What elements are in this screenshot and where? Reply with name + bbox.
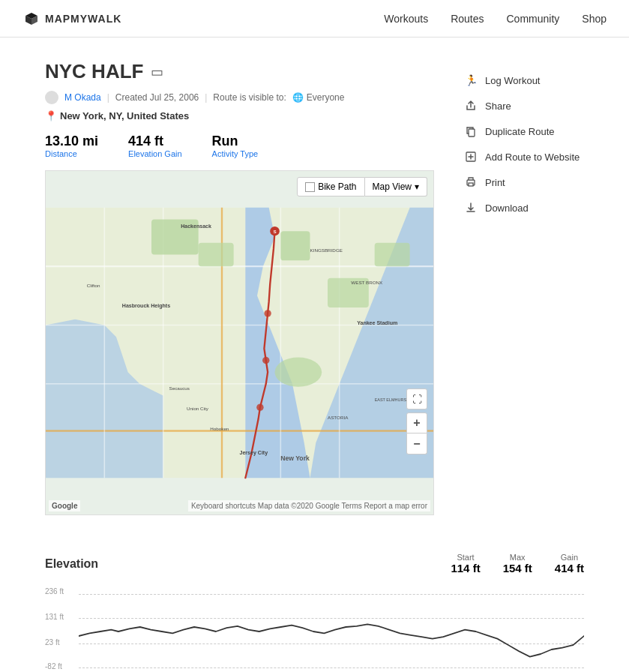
nav-community[interactable]: Community <box>507 13 560 25</box>
elevation-title: Elevation <box>45 557 98 571</box>
download-icon <box>464 201 478 214</box>
log-workout-icon: 🏃 <box>464 74 478 87</box>
map-view-toggle[interactable]: Map View ▾ <box>365 177 427 196</box>
svg-text:Hasbrouck Heights: Hasbrouck Heights <box>122 303 170 309</box>
meta-divider: | <box>107 92 109 103</box>
elevation-section: Elevation Start 114 ft Max 154 ft Gain 4… <box>0 538 629 672</box>
nav-shop[interactable]: Shop <box>582 13 607 25</box>
avatar <box>45 91 58 104</box>
svg-point-15 <box>275 358 322 387</box>
action-duplicate-label: Duplicate Route <box>485 126 555 137</box>
print-icon <box>464 176 478 189</box>
svg-rect-14 <box>375 243 410 266</box>
route-title: NYC HALF <box>45 60 143 83</box>
distance-value: 13.10 mi <box>45 134 98 149</box>
map-placeholder: S Hackensack Clifton Hasbrouck Heights K… <box>46 171 433 514</box>
svg-point-18 <box>264 310 271 316</box>
route-meta: M Okada | Created Jul 25, 2006 | Route i… <box>45 91 434 104</box>
map-footer-text: Keyboard shortcuts Map data ©2020 Google… <box>191 502 427 510</box>
fullscreen-button[interactable]: ⛶ <box>406 388 427 410</box>
elevation-chart-container: 236 ft 131 ft 23 ft -82 ft <box>45 586 584 672</box>
elev-stat-max: Max 154 ft <box>503 553 532 574</box>
svg-text:KINGSBRIDGE: KINGSBRIDGE <box>310 248 343 253</box>
svg-text:New York: New York <box>280 454 310 462</box>
action-log-label: Log Workout <box>485 75 540 86</box>
duplicate-icon <box>464 124 478 138</box>
elev-start-value: 114 ft <box>451 562 480 574</box>
stat-elevation: 414 ft Elevation Gain <box>128 134 182 158</box>
elev-max-label: Max <box>503 553 532 562</box>
action-share-label: Share <box>485 100 511 112</box>
activity-value: Run <box>212 134 259 149</box>
action-print[interactable]: Print <box>464 170 584 195</box>
stat-distance: 13.10 mi Distance <box>45 134 98 158</box>
svg-rect-12 <box>280 231 310 260</box>
route-stats: 13.10 mi Distance 414 ft Elevation Gain … <box>45 134 434 158</box>
activity-label: Activity Type <box>212 149 259 158</box>
svg-text:Union City: Union City <box>187 406 209 411</box>
elev-gain-value: 414 ft <box>555 562 584 574</box>
main-content: NYC HALF ▭ M Okada | Created Jul 25, 200… <box>0 38 629 538</box>
action-duplicate[interactable]: Duplicate Route <box>464 118 584 144</box>
svg-rect-11 <box>199 243 234 266</box>
action-download[interactable]: Download <box>464 195 584 220</box>
svg-text:Hackensack: Hackensack <box>181 224 211 229</box>
elev-gain-label: Gain <box>555 553 584 562</box>
svg-rect-34 <box>469 129 475 136</box>
elev-stat-gain: Gain 414 ft <box>555 553 584 574</box>
logo-text: MAPMYWALK <box>45 13 121 25</box>
svg-text:ASTORIA: ASTORIA <box>328 415 349 420</box>
meta-created: Created Jul 25, 2006 <box>115 92 199 103</box>
stat-activity: Run Activity Type <box>212 134 259 158</box>
elev-stat-start: Start 114 ft <box>451 553 480 574</box>
elev-start-label: Start <box>451 553 480 562</box>
elevation-label: Elevation Gain <box>128 149 182 158</box>
svg-text:Secaucus: Secaucus <box>169 386 190 391</box>
y-label-236: 236 ft <box>45 587 64 596</box>
action-share[interactable]: Share <box>464 93 584 118</box>
visibility-everyone: 🌐 Everyone <box>292 92 345 103</box>
map-zoom: + − <box>406 412 427 454</box>
logo-icon <box>22 10 40 28</box>
action-add-label: Add Route to Website <box>485 152 580 163</box>
sidebar-actions: 🏃 Log Workout Share Duplicate Route Add … <box>464 60 584 515</box>
add-route-icon <box>464 150 478 164</box>
nav-workouts[interactable]: Workouts <box>384 13 428 25</box>
bike-path-toggle[interactable]: Bike Path <box>297 177 364 196</box>
main-nav: Workouts Routes Community Shop <box>384 13 607 25</box>
svg-text:Jersey City: Jersey City <box>240 450 268 456</box>
map-footer: Keyboard shortcuts Map data ©2020 Google… <box>188 500 430 512</box>
svg-text:Yankee Stadium: Yankee Stadium <box>357 321 397 326</box>
svg-rect-37 <box>469 183 473 186</box>
action-add-to-website[interactable]: Add Route to Website <box>464 144 584 170</box>
map-container: S Hackensack Clifton Hasbrouck Heights K… <box>45 170 434 515</box>
fullscreen-icon: ⛶ <box>412 394 422 405</box>
logo[interactable]: MAPMYWALK <box>22 10 121 28</box>
zoom-in-button[interactable]: + <box>406 412 427 434</box>
action-print-label: Print <box>485 177 505 188</box>
svg-text:Hoboken: Hoboken <box>210 427 229 432</box>
bookmark-icon[interactable]: ▭ <box>151 64 163 80</box>
map-svg: S Hackensack Clifton Hasbrouck Heights K… <box>46 171 433 514</box>
y-label-131: 131 ft <box>45 612 64 620</box>
bike-path-checkbox <box>305 182 315 192</box>
visibility-label: Everyone <box>307 92 345 103</box>
svg-point-20 <box>256 404 263 410</box>
route-title-row: NYC HALF ▭ <box>45 60 434 83</box>
location-text: New York, NY, United States <box>60 110 189 122</box>
location-pin-icon: 📍 <box>45 110 57 122</box>
user-link[interactable]: M Okada <box>64 92 101 103</box>
svg-text:EAST ELMHURST: EAST ELMHURST <box>375 398 409 402</box>
bike-path-label: Bike Path <box>318 182 356 192</box>
map-view-label: Map View <box>373 182 412 192</box>
elevation-header: Elevation Start 114 ft Max 154 ft Gain 4… <box>45 553 584 574</box>
svg-point-19 <box>262 357 269 364</box>
svg-text:WEST BRONX: WEST BRONX <box>351 280 383 285</box>
y-label-neg82: -82 ft <box>45 662 62 670</box>
nav-routes[interactable]: Routes <box>451 13 484 25</box>
map-view-chevron-icon: ▾ <box>415 182 419 192</box>
elevation-svg <box>79 586 584 672</box>
zoom-out-button[interactable]: − <box>406 434 427 454</box>
globe-icon: 🌐 <box>292 92 304 103</box>
action-log-workout[interactable]: 🏃 Log Workout <box>464 68 584 93</box>
